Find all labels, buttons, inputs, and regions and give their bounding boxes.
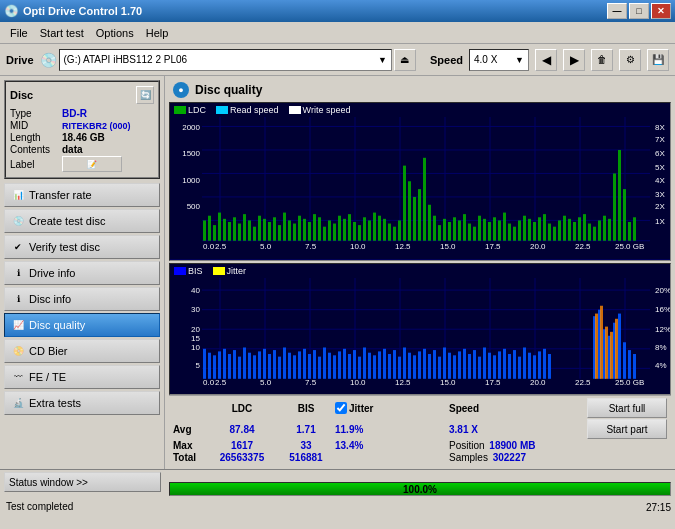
start-part-button[interactable]: Start part [587, 419, 667, 439]
svg-rect-41 [323, 227, 326, 241]
svg-rect-71 [473, 227, 476, 241]
samples-label: Samples [449, 452, 488, 463]
disc-type-row: Type BD-R [10, 108, 154, 119]
sidebar-item-verify-test-disc-label: Verify test disc [29, 241, 100, 253]
close-button[interactable]: ✕ [651, 3, 671, 19]
svg-rect-54 [388, 224, 391, 241]
svg-rect-205 [513, 350, 516, 379]
start-full-button[interactable]: Start full [587, 398, 667, 418]
sidebar-item-drive-info-label: Drive info [29, 267, 75, 279]
svg-rect-223 [600, 305, 603, 378]
settings-button[interactable]: ⚙ [619, 49, 641, 71]
svg-rect-29 [263, 219, 266, 241]
svg-text:2X: 2X [655, 202, 665, 211]
svg-text:20: 20 [191, 324, 200, 333]
sidebar-item-disc-quality-label: Disc quality [29, 319, 85, 331]
svg-rect-152 [248, 352, 251, 378]
sidebar-item-transfer-rate[interactable]: 📊 Transfer rate [4, 183, 160, 207]
disc-panel-title: Disc [10, 89, 33, 101]
legend-ldc: LDC [174, 105, 206, 115]
svg-rect-190 [438, 356, 441, 378]
svg-text:17.5: 17.5 [485, 378, 501, 387]
bis-jitter-legend: BIS Jitter [174, 266, 246, 276]
time-display: 27:15 [169, 502, 671, 513]
svg-rect-95 [593, 227, 596, 241]
menu-options[interactable]: Options [90, 25, 140, 41]
svg-rect-67 [453, 217, 456, 240]
svg-text:12%: 12% [655, 324, 670, 333]
disc-mid-label: MID [10, 120, 62, 131]
speed-select[interactable]: 4.0 X ▼ [469, 49, 529, 71]
svg-rect-92 [578, 217, 581, 240]
disc-mid-value: RITEKBR2 (000) [62, 121, 131, 131]
disc-label-button[interactable]: 📝 [62, 156, 122, 172]
svg-rect-24 [238, 224, 241, 241]
status-window-button[interactable]: Status window >> [4, 472, 161, 492]
svg-rect-148 [228, 354, 231, 379]
sidebar-item-disc-quality[interactable]: 📈 Disc quality [4, 313, 160, 337]
jitter-legend-color [213, 267, 225, 275]
jitter-checkbox[interactable] [335, 402, 347, 414]
sidebar-item-cd-bier[interactable]: 📀 CD Bier [4, 339, 160, 363]
svg-text:10.0: 10.0 [350, 378, 366, 387]
disc-info-button[interactable]: 🔄 [136, 86, 154, 104]
svg-rect-218 [618, 313, 621, 378]
disc-quality-title: Disc quality [195, 83, 262, 97]
sidebar-item-extra-tests[interactable]: 🔬 Extra tests [4, 391, 160, 415]
svg-rect-151 [243, 347, 246, 378]
sidebar-item-create-test-disc[interactable]: 💿 Create test disc [4, 209, 160, 233]
sidebar-item-disc-info[interactable]: ℹ Disc info [4, 287, 160, 311]
minimize-button[interactable]: — [607, 3, 627, 19]
speed-next-button[interactable]: ▶ [563, 49, 585, 71]
max-ldc: 1617 [207, 440, 277, 451]
drive-eject-button[interactable]: ⏏ [394, 49, 416, 71]
svg-rect-45 [343, 219, 346, 241]
svg-rect-37 [303, 219, 306, 241]
position-text: Position [449, 440, 485, 451]
status-window-label: Status window >> [9, 477, 88, 488]
app-title: Opti Drive Control 1.70 [23, 5, 142, 17]
svg-rect-198 [478, 356, 481, 378]
svg-rect-63 [433, 216, 436, 241]
speed-prev-button[interactable]: ◀ [535, 49, 557, 71]
sidebar-item-drive-info[interactable]: ℹ Drive info [4, 261, 160, 285]
avg-bis: 1.71 [281, 424, 331, 435]
total-label: Total [173, 452, 203, 463]
charts-container: LDC Read speed Write speed [169, 102, 671, 395]
svg-rect-103 [633, 217, 636, 240]
svg-text:0.0: 0.0 [203, 378, 215, 387]
read-speed-legend-color [216, 106, 228, 114]
svg-rect-197 [473, 350, 476, 379]
verify-test-disc-icon: ✔ [11, 240, 25, 254]
svg-rect-25 [243, 214, 246, 241]
menu-start-test[interactable]: Start test [34, 25, 90, 41]
legend-write-speed: Write speed [289, 105, 351, 115]
sidebar-item-fe-te[interactable]: 〰 FE / TE [4, 365, 160, 389]
main-layout: Disc 🔄 Type BD-R MID RITEKBR2 (000) Leng… [0, 76, 675, 469]
svg-text:15.0: 15.0 [440, 242, 456, 251]
samples-row: Samples 302227 [449, 452, 539, 463]
stats-total-row: Total 26563375 516881 Samples 302227 [173, 452, 667, 463]
svg-rect-156 [268, 354, 271, 379]
bis-jitter-chart: BIS Jitter [169, 263, 671, 395]
position-label: Position 18900 MB [449, 440, 539, 451]
avg-label: Avg [173, 424, 203, 435]
erase-button[interactable]: 🗑 [591, 49, 613, 71]
save-button[interactable]: 💾 [647, 49, 669, 71]
svg-rect-178 [378, 351, 381, 378]
svg-text:20%: 20% [655, 285, 670, 294]
stats-avg-row: Avg 87.84 1.71 11.9% 3.81 X Start part [173, 419, 667, 439]
svg-text:3X: 3X [655, 190, 665, 199]
svg-rect-93 [583, 214, 586, 241]
menu-file[interactable]: File [4, 25, 34, 41]
svg-text:20.0: 20.0 [530, 242, 546, 251]
sidebar-item-verify-test-disc[interactable]: ✔ Verify test disc [4, 235, 160, 259]
svg-rect-75 [493, 217, 496, 240]
svg-rect-194 [458, 351, 461, 378]
drive-select[interactable]: (G:) ATAPI iHBS112 2 PL06 ▼ [59, 49, 392, 71]
svg-rect-101 [623, 189, 626, 241]
menu-help[interactable]: Help [140, 25, 175, 41]
svg-rect-207 [523, 347, 526, 378]
maximize-button[interactable]: □ [629, 3, 649, 19]
drive-select-value: (G:) ATAPI iHBS112 2 PL06 [64, 54, 188, 65]
